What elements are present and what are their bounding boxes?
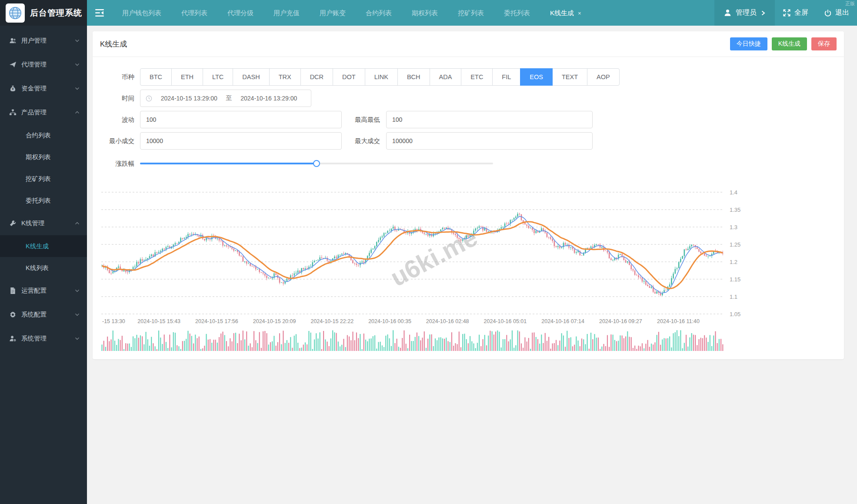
currency-button-FIL[interactable]: FIL (492, 68, 520, 86)
sidebar-item-K线管理[interactable]: K线管理 (0, 211, 87, 235)
sidebar-subitem-委托列表[interactable]: 委托列表 (0, 190, 87, 211)
sidebar-item-用户管理[interactable]: 用户管理 (0, 29, 87, 53)
svg-text:2024-10-16 11:40: 2024-10-16 11:40 (657, 318, 700, 324)
sidebar-item-代理管理[interactable]: 代理管理 (0, 53, 87, 77)
svg-text:2024-10-16 07:14: 2024-10-16 07:14 (541, 318, 584, 324)
users-icon (9, 37, 17, 44)
currency-button-LINK[interactable]: LINK (365, 68, 398, 86)
amplitude-slider[interactable] (140, 163, 493, 164)
amplitude-label: 涨跌幅 (100, 160, 134, 168)
admin-user-label: 管理员 (736, 8, 757, 17)
chevron-up-icon (75, 222, 80, 225)
svg-text:1.05: 1.05 (730, 311, 740, 317)
moneybag-icon: ¥ (9, 85, 17, 92)
sidebar-item-产品管理[interactable]: 产品管理 (0, 100, 87, 124)
chevron-right-icon (760, 10, 766, 16)
svg-text:2024-10-16 00:35: 2024-10-16 00:35 (368, 318, 411, 324)
currency-button-DCR[interactable]: DCR (300, 68, 333, 86)
sidebar-item-label: 系统配置 (21, 310, 47, 319)
nav-tab[interactable]: 代理分级 (217, 0, 263, 26)
currency-button-DASH[interactable]: DASH (233, 68, 269, 86)
volatility-label: 波动 (100, 116, 134, 124)
sidebar-item-label: 运营配置 (21, 287, 47, 295)
currency-button-TRX[interactable]: TRX (269, 68, 301, 86)
svg-text:1.25: 1.25 (730, 241, 740, 248)
chevron-down-icon (75, 63, 80, 66)
currency-button-ETC[interactable]: ETC (461, 68, 493, 86)
kline-generate-button[interactable]: K线生成 (772, 37, 807, 50)
header-main: 用户钱包列表代理列表代理分级用户充值用户账变合约列表期权列表挖矿列表委托列表K线… (87, 0, 857, 26)
volatility-input[interactable] (140, 111, 342, 128)
svg-text:-15 13:30: -15 13:30 (102, 318, 125, 324)
time-range-input[interactable]: 2024-10-15 13:29:00 至 2024-10-16 13:29:0… (140, 90, 311, 107)
slider-handle[interactable] (313, 160, 320, 167)
currency-label: 币种 (100, 73, 134, 81)
main-content: K线生成 今日快捷 K线生成 保存 币种 BTCETHLTCDASHTRXDCR… (87, 26, 857, 504)
sidebar-item-运营配置[interactable]: 运营配置 (0, 279, 87, 303)
time-start-value: 2024-10-15 13:29:00 (152, 95, 226, 102)
amplitude-row: 涨跌幅 (100, 155, 844, 172)
sitemap-icon (9, 109, 17, 116)
nav-tab-active[interactable]: K线生成× (540, 0, 591, 26)
sidebar-item-系统管理[interactable]: 系统管理 (0, 327, 87, 350)
save-button[interactable]: 保存 (811, 37, 837, 50)
max-volume-label: 最大成交 (342, 137, 380, 145)
currency-button-DOT[interactable]: DOT (333, 68, 365, 86)
chevron-down-icon (75, 87, 80, 90)
currency-button-ADA[interactable]: ADA (430, 68, 462, 86)
today-shortcut-button[interactable]: 今日快捷 (730, 37, 767, 50)
highlow-input[interactable] (386, 111, 593, 128)
currency-button-TEXT[interactable]: TEXT (552, 68, 587, 86)
sidebar-subitem-K线列表[interactable]: K线列表 (0, 257, 87, 279)
corner-note: 正版 (845, 0, 855, 7)
send-icon (9, 61, 17, 68)
sidebar-item-系统配置[interactable]: 系统配置 (0, 303, 87, 327)
svg-text:2024-10-15 17:56: 2024-10-15 17:56 (195, 318, 238, 324)
sidebar-subitem-期权列表[interactable]: 期权列表 (0, 146, 87, 168)
currency-button-BTC[interactable]: BTC (140, 68, 172, 86)
currency-button-AOP[interactable]: AOP (587, 68, 620, 86)
nav-tab[interactable]: 用户充值 (263, 0, 310, 26)
app-title: 后台管理系统 (30, 7, 82, 19)
file-icon (9, 287, 17, 294)
time-end-value: 2024-10-16 13:29:00 (232, 95, 306, 102)
currency-button-BCH[interactable]: BCH (397, 68, 430, 86)
time-row: 时间 2024-10-15 13:29:00 至 2024-10-16 13:2… (100, 90, 844, 107)
fullscreen-button[interactable]: 全屏 (775, 0, 816, 26)
currency-button-EOS[interactable]: EOS (520, 68, 553, 86)
header-right: 管理员 全屏 (714, 0, 857, 26)
currency-button-LTC[interactable]: LTC (203, 68, 233, 86)
currency-button-group: BTCETHLTCDASHTRXDCRDOTLINKBCHADAETCFILEO… (140, 68, 620, 86)
nav-tab[interactable]: 委托列表 (494, 0, 540, 26)
collapse-menu-icon[interactable] (87, 0, 112, 26)
sidebar-item-资金管理[interactable]: ¥资金管理 (0, 77, 87, 100)
nav-tab[interactable]: 挖矿列表 (448, 0, 494, 26)
sidebar-subitem-挖矿列表[interactable]: 挖矿列表 (0, 168, 87, 190)
user-icon (724, 9, 732, 17)
nav-tab[interactable]: 期权列表 (402, 0, 448, 26)
min-volume-label: 最小成交 (100, 137, 134, 145)
min-volume-input[interactable] (140, 132, 342, 150)
fullscreen-label: 全屏 (794, 8, 808, 17)
nav-tab[interactable]: 代理列表 (171, 0, 217, 26)
sidebar-subitem-K线生成[interactable]: K线生成 (0, 235, 87, 257)
admin-user-menu[interactable]: 管理员 (714, 0, 775, 26)
tab-close-icon[interactable]: × (578, 10, 581, 17)
sidebar-subitem-合约列表[interactable]: 合约列表 (0, 124, 87, 146)
currency-button-ETH[interactable]: ETH (171, 68, 203, 86)
nav-tab[interactable]: 合约列表 (356, 0, 402, 26)
gear-icon (9, 311, 17, 318)
form-area: 币种 BTCETHLTCDASHTRXDCRDOTLINKBCHADAETCFI… (93, 57, 844, 172)
highlow-label: 最高最低 (342, 116, 380, 124)
volume-row: 最小成交 最大成交 (100, 132, 844, 150)
chevron-up-icon (75, 111, 80, 114)
nav-tab[interactable]: 用户账变 (310, 0, 356, 26)
svg-text:1.2: 1.2 (730, 259, 737, 265)
kline-chart: 1.41.351.31.251.21.151.11.05u6ki.me-15 1… (101, 186, 749, 355)
nav-tab[interactable]: 用户钱包列表 (112, 0, 171, 26)
fullscreen-icon (783, 9, 791, 17)
max-volume-input[interactable] (386, 132, 593, 150)
time-label: 时间 (100, 94, 134, 103)
hamburger-icon (95, 9, 104, 17)
sidebar-item-label: 系统管理 (21, 334, 47, 343)
